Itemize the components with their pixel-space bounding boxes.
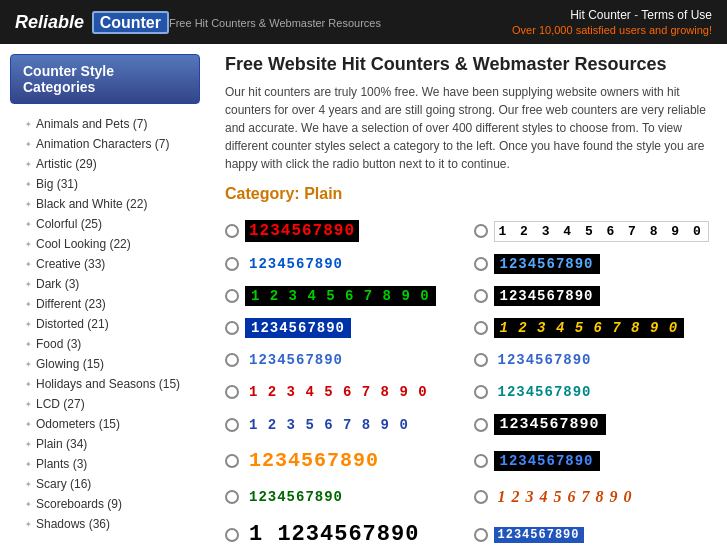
counter-display: 1 2 3 4 5 6 7 8 9 0 — [245, 286, 436, 306]
logo-area: Reliable Counter Free Hit Counters & Web… — [15, 12, 381, 33]
counter-display: 1234567890 — [494, 527, 584, 543]
counter-display: 1234567890 — [245, 487, 347, 507]
counter-row: 1234567890 — [474, 444, 713, 477]
header: Reliable Counter Free Hit Counters & Web… — [0, 0, 727, 44]
tagline: Free Hit Counters & Webmaster Resources — [169, 17, 381, 29]
counter-radio[interactable] — [474, 490, 488, 504]
counter-row: 1234567890 — [474, 517, 713, 545]
counter-row: 1 2 3 4 5 6 7 8 9 0 — [474, 483, 713, 511]
sidebar-item[interactable]: Animals and Pets (7) — [10, 114, 200, 134]
counter-radio[interactable] — [225, 418, 239, 432]
counter-display: 1234567890 — [245, 220, 359, 242]
counter-display: 1234567890 — [245, 447, 383, 474]
sidebar-item[interactable]: Distorted (21) — [10, 314, 200, 334]
counter-radio[interactable] — [474, 528, 488, 542]
counter-row: 1234567890 — [474, 347, 713, 373]
counter-radio[interactable] — [225, 528, 239, 542]
counter-row: 1 2 3 4 5 6 7 8 9 0 — [474, 217, 713, 245]
counter-row: 1234567890 — [225, 444, 464, 477]
counter-radio[interactable] — [225, 353, 239, 367]
counter-row: 1234567890 — [474, 411, 713, 438]
counter-display: 1234567890 — [494, 254, 600, 274]
counter-radio[interactable] — [225, 490, 239, 504]
counter-row: 1234567890 — [474, 283, 713, 309]
counter-display: 1 2 3 4 5 6 7 8 9 0 — [245, 382, 432, 402]
header-links: Hit Counter - Terms of Use Over 10,000 s… — [512, 8, 712, 36]
counter-radio[interactable] — [474, 418, 488, 432]
counter-row: 1234567890 — [225, 251, 464, 277]
counter-radio[interactable] — [225, 454, 239, 468]
counter-display: 1234567890 — [494, 350, 596, 370]
counter-display: 1234567890 — [494, 382, 596, 402]
sidebar-item[interactable]: Black and White (22) — [10, 194, 200, 214]
sidebar-item[interactable]: Colorful (25) — [10, 214, 200, 234]
nav-terms-link[interactable]: Terms of Use — [641, 8, 712, 22]
counter-row: 1 2 3 4 5 6 7 8 9 0 — [225, 283, 464, 309]
sidebar-item[interactable]: Glowing (15) — [10, 354, 200, 374]
header-subtext: Over 10,000 satisfied users and growing! — [512, 24, 712, 36]
counter-display: 1234567890 — [494, 414, 606, 435]
counter-row: 1 2 3 5 6 7 8 9 0 — [225, 411, 464, 438]
sidebar-item[interactable]: Different (23) — [10, 294, 200, 314]
counter-radio[interactable] — [474, 385, 488, 399]
main-layout: Counter Style Categories Animals and Pet… — [0, 44, 727, 545]
counter-row: 1 1234567890 — [225, 517, 464, 545]
sidebar-item[interactable]: Big (31) — [10, 174, 200, 194]
sidebar-item[interactable]: Odometers (15) — [10, 414, 200, 434]
counter-radio[interactable] — [474, 353, 488, 367]
counter-display: 1234567890 — [245, 350, 347, 370]
counter-radio[interactable] — [225, 321, 239, 335]
counter-row: 1234567890 — [225, 483, 464, 511]
sidebar-item[interactable]: Holidays and Seasons (15) — [10, 374, 200, 394]
sidebar-title: Counter Style Categories — [10, 54, 200, 104]
counter-display: 1 2 3 4 5 6 7 8 9 0 — [494, 318, 685, 338]
counter-row: 1 2 3 4 5 6 7 8 9 0 — [474, 315, 713, 341]
counter-radio[interactable] — [225, 289, 239, 303]
counter-grid: 1234567890 1 2 3 4 5 6 7 8 9 0 123456789… — [225, 217, 712, 545]
counter-row: 1234567890 — [474, 251, 713, 277]
counter-display: 1234567890 — [245, 318, 351, 338]
counter-row: 1 2 3 4 5 6 7 8 9 0 — [225, 379, 464, 405]
counter-radio[interactable] — [225, 257, 239, 271]
counter-row: 1234567890 — [225, 217, 464, 245]
content-area: Free Website Hit Counters & Webmaster Re… — [210, 44, 727, 545]
counter-display: 1 1234567890 — [245, 520, 423, 545]
sidebar-item[interactable]: Food (3) — [10, 334, 200, 354]
sidebar-item[interactable]: Dark (3) — [10, 274, 200, 294]
counter-row: 1234567890 — [474, 379, 713, 405]
counter-radio[interactable] — [474, 289, 488, 303]
sidebar-item[interactable]: Scoreboards (9) — [10, 494, 200, 514]
counter-display: 1 2 3 5 6 7 8 9 0 — [245, 415, 413, 435]
counter-row: 1234567890 — [225, 347, 464, 373]
logo-reliable: Reliable Counter — [15, 12, 169, 33]
sidebar: Counter Style Categories Animals and Pet… — [0, 44, 210, 545]
sidebar-items: Animals and Pets (7)Animation Characters… — [10, 114, 200, 534]
sidebar-item[interactable]: Creative (33) — [10, 254, 200, 274]
counter-row: 1234567890 — [225, 315, 464, 341]
counter-display: 1 2 3 4 5 6 7 8 9 0 — [494, 221, 709, 242]
counter-radio[interactable] — [474, 257, 488, 271]
counter-radio[interactable] — [225, 224, 239, 238]
category-label: Category: Plain — [225, 185, 712, 203]
counter-radio[interactable] — [474, 224, 488, 238]
sidebar-item[interactable]: Artistic (29) — [10, 154, 200, 174]
counter-radio[interactable] — [225, 385, 239, 399]
nav-counter-link[interactable]: Hit Counter — [570, 8, 631, 22]
sidebar-item[interactable]: Scary (16) — [10, 474, 200, 494]
sidebar-item[interactable]: Cool Looking (22) — [10, 234, 200, 254]
sidebar-item[interactable]: Plants (3) — [10, 454, 200, 474]
counter-display: 1234567890 — [245, 254, 347, 274]
counter-display: 1234567890 — [494, 286, 600, 306]
sidebar-item[interactable]: LCD (27) — [10, 394, 200, 414]
content-description: Our hit counters are truly 100% free. We… — [225, 83, 712, 173]
sidebar-item[interactable]: Animation Characters (7) — [10, 134, 200, 154]
sidebar-item[interactable]: Shadows (36) — [10, 514, 200, 534]
sidebar-item[interactable]: Plain (34) — [10, 434, 200, 454]
counter-display: 1234567890 — [494, 451, 600, 471]
page-title: Free Website Hit Counters & Webmaster Re… — [225, 54, 712, 75]
counter-radio[interactable] — [474, 454, 488, 468]
counter-radio[interactable] — [474, 321, 488, 335]
counter-display: 1 2 3 4 5 6 7 8 9 0 — [494, 486, 637, 508]
